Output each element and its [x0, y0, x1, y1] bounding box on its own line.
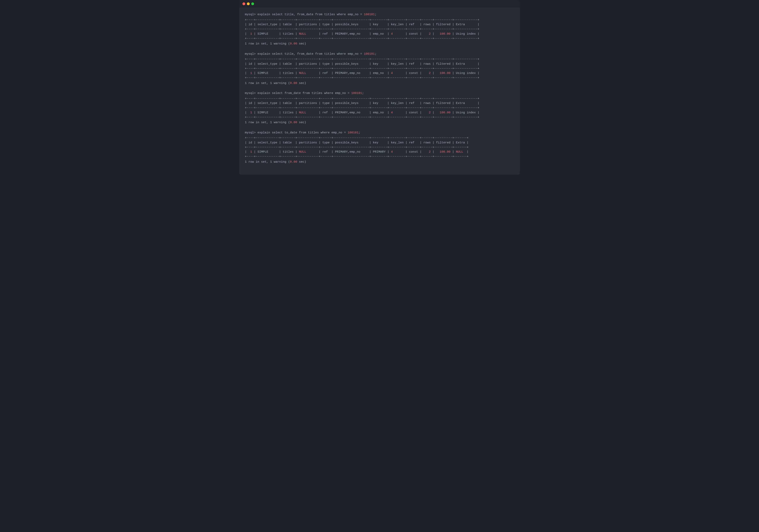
- prompt-line-2: mysql> explain select title, from_date f…: [245, 52, 514, 57]
- value-highlight-2: 100101: [364, 52, 375, 56]
- maximize-button[interactable]: [251, 2, 254, 5]
- data-row-1: | 1 | SIMPLE | titles | NULL | ref | PRI…: [245, 32, 514, 36]
- query-block-1: mysql> explain select title, from_date f…: [245, 13, 514, 46]
- header-2: | id | select_type | table | partitions …: [245, 62, 514, 66]
- sep-top-1: +----+-------------+--------+-----------…: [245, 18, 514, 22]
- value-highlight-1: 100101: [364, 13, 375, 16]
- prompt-line-4: mysql> explain select to_date from title…: [245, 131, 514, 135]
- prompt-line-1: mysql> explain select title, from_date f…: [245, 13, 514, 17]
- result-3: 1 row in set, 1 warning (0.00 sec): [245, 120, 514, 125]
- sep-mid-2: +----+-------------+--------+-----------…: [245, 66, 514, 71]
- prompt-text-3: mysql> explain select from_date from tit…: [245, 92, 351, 95]
- terminal-window: mysql> explain select title, from_date f…: [239, 0, 520, 175]
- sep-mid-3: +----+-------------+--------+-----------…: [245, 106, 514, 110]
- prompt-text-2: mysql> explain select title, from_date f…: [245, 52, 364, 56]
- data-row-4: | 1 | SIMPLE | titles | NULL | ref | PRI…: [245, 150, 514, 154]
- close-button[interactable]: [242, 2, 245, 5]
- sep-bot-3: +----+-------------+--------+-----------…: [245, 115, 514, 120]
- result-1: 1 row in set, 1 warning (0.00 sec): [245, 42, 514, 46]
- sep-bot-1: +----+-------------+--------+-----------…: [245, 36, 514, 41]
- data-row-2: | 1 | SIMPLE | titles | NULL | ref | PRI…: [245, 71, 514, 76]
- sep-mid-1: +----+-------------+--------+-----------…: [245, 27, 514, 32]
- prompt-text-4: mysql> explain select to_date from title…: [245, 131, 348, 134]
- prompt-end-2: ;: [375, 52, 377, 56]
- minimize-button[interactable]: [247, 2, 250, 5]
- value-highlight-4: 100101: [348, 131, 358, 134]
- result-4: 1 row in set, 1 warning (0.00 sec): [245, 160, 514, 165]
- prompt-text: mysql> explain select title, from_date f…: [245, 13, 364, 16]
- value-highlight-3: 100101: [351, 92, 362, 95]
- sep-mid-4: +----+-------------+--------+-----------…: [245, 145, 514, 150]
- header-3: | id | select_type | table | partitions …: [245, 101, 514, 106]
- prompt-end-3: ;: [362, 92, 364, 95]
- data-row-3: | 1 | SIMPLE | titles | NULL | ref | PRI…: [245, 110, 514, 115]
- result-2: 1 row in set, 1 warning (0.00 sec): [245, 81, 514, 86]
- prompt-line-3: mysql> explain select from_date from tit…: [245, 91, 514, 96]
- query-block-4: mysql> explain select to_date from title…: [245, 131, 514, 165]
- prompt-end-4: ;: [358, 131, 360, 134]
- titlebar: [239, 0, 520, 8]
- sep-bot-2: +----+-------------+--------+-----------…: [245, 76, 514, 80]
- header-4: | id | select_type | table | partitions …: [245, 140, 514, 145]
- terminal-body: mysql> explain select title, from_date f…: [239, 8, 520, 175]
- query-block-3: mysql> explain select from_date from tit…: [245, 91, 514, 125]
- sep-top-3: +----+-------------+--------+-----------…: [245, 96, 514, 101]
- sep-top-2: +----+-------------+--------+-----------…: [245, 57, 514, 62]
- header-1: | id | select_type | table | partitions …: [245, 22, 514, 27]
- sep-bot-4: +----+-------------+--------+-----------…: [245, 154, 514, 159]
- prompt-end-1: ;: [375, 13, 377, 16]
- sep-top-4: +----+-------------+--------+-----------…: [245, 136, 514, 140]
- query-block-2: mysql> explain select title, from_date f…: [245, 52, 514, 86]
